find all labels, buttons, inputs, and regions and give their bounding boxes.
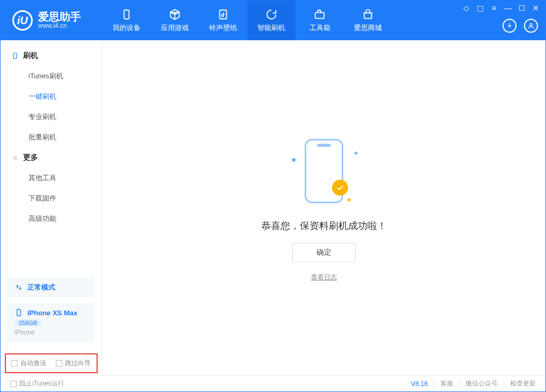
store-icon — [361, 8, 374, 21]
download-button[interactable] — [503, 19, 517, 33]
app-url: www.i4.cn — [38, 23, 81, 29]
list-icon: ≡ — [11, 154, 19, 161]
customer-service-link[interactable]: 客服 — [440, 379, 453, 388]
tab-toolbox[interactable]: 工具箱 — [296, 1, 344, 40]
app-window: iU 爱思助手 www.i4.cn 我的设备 应用游戏 铃声壁纸 智能刷机 — [0, 0, 546, 392]
tab-apps-games[interactable]: 应用游戏 — [151, 1, 199, 40]
tab-label: 智能刷机 — [257, 23, 285, 33]
app-name: 爱思助手 — [38, 11, 81, 23]
device-panel[interactable]: iPhone XS Max 256GB iPhone — [8, 303, 94, 342]
device-panels: 正常模式 iPhone XS Max 256GB iPhone — [1, 277, 102, 353]
device-icon — [11, 52, 19, 60]
device-type: iPhone — [14, 329, 88, 336]
titlebar: iU 爱思助手 www.i4.cn 我的设备 应用游戏 铃声壁纸 智能刷机 — [1, 1, 545, 40]
sparkle-icon: ✦ — [353, 150, 359, 157]
checkbox-icon — [10, 381, 17, 387]
sidebar-item-advanced[interactable]: 高级功能 — [1, 209, 102, 229]
svg-point-3 — [530, 24, 533, 26]
sidebar-item-batch-flash[interactable]: 批量刷机 — [1, 127, 102, 147]
skin-icon[interactable]: ◇ — [462, 4, 470, 12]
checkbox-skip-wizard[interactable]: 跳过向导 — [56, 359, 91, 368]
tab-ringtones-wallpapers[interactable]: 铃声壁纸 — [199, 1, 247, 40]
success-title: 恭喜您，保资料刷机成功啦！ — [261, 219, 387, 232]
close-button[interactable]: ✕ — [532, 4, 540, 12]
tab-label: 铃声壁纸 — [209, 23, 237, 33]
header-right-actions — [503, 19, 538, 33]
phone-icon — [120, 8, 133, 21]
device-storage-badge: 256GB — [14, 319, 41, 327]
check-badge-icon — [332, 180, 348, 196]
cube-icon — [168, 8, 181, 21]
svg-rect-4 — [13, 53, 17, 59]
main-content: ✦ ✦ ✦ 恭喜您，保资料刷机成功啦！ 确定 查看日志 — [102, 40, 545, 375]
view-log-link[interactable]: 查看日志 — [311, 273, 337, 282]
tab-smart-flash[interactable]: 智能刷机 — [247, 1, 296, 40]
toolbox-icon — [313, 8, 326, 21]
statusbar: 阻止iTunes运行 V8.16 | 客服 | 微信公众号 | 检查更新 — [1, 375, 545, 391]
tab-label: 工具箱 — [309, 23, 330, 33]
ok-button[interactable]: 确定 — [292, 243, 356, 262]
body: 刷机 iTunes刷机 一键刷机 专业刷机 批量刷机 ≡ 更多 其他工具 下载固… — [1, 40, 545, 375]
sidebar-item-itunes-flash[interactable]: iTunes刷机 — [1, 66, 102, 86]
account-button[interactable] — [524, 19, 538, 33]
sidebar-item-other-tools[interactable]: 其他工具 — [1, 168, 102, 188]
sidebar-section-more: ≡ 更多 — [1, 147, 102, 168]
window-controls: ◇ ▢ ≡ — ☐ ✕ — [462, 4, 540, 12]
sidebar-item-oneclick-flash[interactable]: 一键刷机 — [1, 86, 102, 107]
flash-options-row: 自动激活 跳过向导 — [5, 353, 98, 373]
section-title: 更多 — [23, 153, 38, 162]
sidebar-section-flash: 刷机 — [1, 46, 102, 66]
checkbox-icon — [11, 360, 18, 367]
sidebar-item-pro-flash[interactable]: 专业刷机 — [1, 107, 102, 127]
checkbox-auto-activate[interactable]: 自动激活 — [11, 359, 46, 368]
section-title: 刷机 — [23, 51, 38, 61]
checkbox-label: 跳过向导 — [65, 359, 91, 368]
logo-icon: iU — [12, 10, 33, 31]
tab-label: 我的设备 — [113, 23, 141, 33]
sparkle-icon: ✦ — [290, 155, 297, 165]
wechat-link[interactable]: 微信公众号 — [466, 379, 498, 388]
maximize-button[interactable]: ☐ — [518, 4, 526, 12]
success-panel: ✦ ✦ ✦ 恭喜您，保资料刷机成功啦！ 确定 查看日志 — [261, 134, 387, 282]
music-file-icon — [217, 8, 230, 21]
sparkle-icon: ✦ — [346, 196, 352, 204]
success-illustration: ✦ ✦ ✦ — [284, 134, 364, 209]
svg-rect-0 — [124, 10, 129, 19]
tab-label: 爱思商城 — [354, 23, 382, 33]
phone-icon — [14, 308, 23, 317]
sidebar-item-download-firmware[interactable]: 下载固件 — [1, 188, 102, 209]
tab-my-device[interactable]: 我的设备 — [102, 1, 151, 40]
sidebar: 刷机 iTunes刷机 一键刷机 专业刷机 批量刷机 ≡ 更多 其他工具 下载固… — [1, 40, 102, 375]
svg-rect-5 — [17, 309, 21, 316]
swap-icon — [14, 283, 23, 292]
feedback-icon[interactable]: ▢ — [476, 4, 484, 12]
checkbox-label: 阻止iTunes运行 — [19, 379, 64, 388]
check-update-link[interactable]: 检查更新 — [510, 379, 536, 388]
version-label: V8.16 — [411, 380, 427, 388]
main-tabs: 我的设备 应用游戏 铃声壁纸 智能刷机 工具箱 爱思商城 — [102, 1, 392, 40]
app-logo: iU 爱思助手 www.i4.cn — [1, 1, 102, 40]
minimize-button[interactable]: — — [504, 4, 512, 12]
tab-store[interactable]: 爱思商城 — [344, 1, 392, 40]
svg-rect-2 — [315, 12, 324, 18]
checkbox-icon — [56, 360, 62, 367]
checkbox-stop-itunes[interactable]: 阻止iTunes运行 — [10, 379, 64, 388]
refresh-shield-icon — [265, 8, 278, 21]
checkbox-label: 自动激活 — [20, 359, 46, 368]
mode-panel[interactable]: 正常模式 — [8, 277, 94, 298]
mode-label: 正常模式 — [27, 283, 55, 292]
tab-label: 应用游戏 — [161, 23, 189, 33]
device-name: iPhone XS Max — [27, 309, 77, 317]
menu-icon[interactable]: ≡ — [490, 4, 498, 12]
